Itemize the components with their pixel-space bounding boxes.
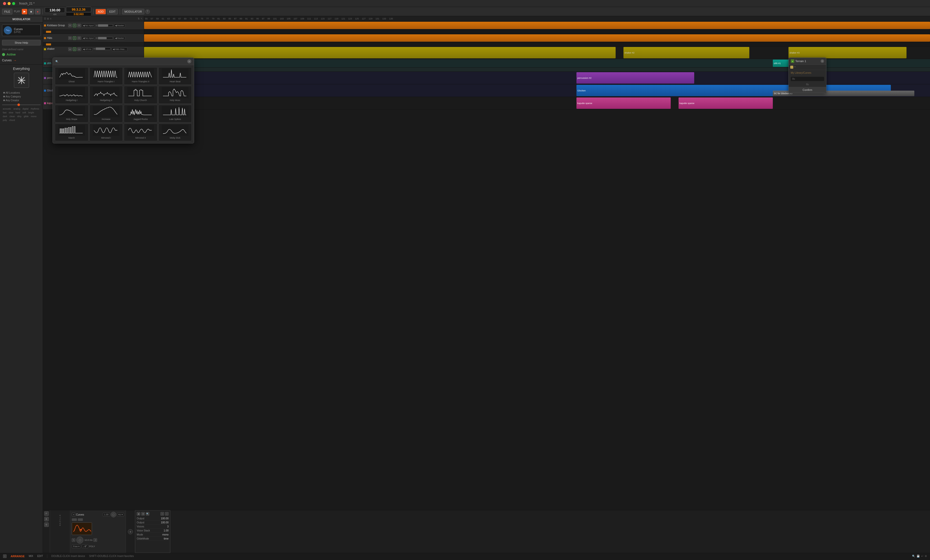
- tag-clean[interactable]: clean: [9, 115, 16, 118]
- project-tab[interactable]: P: [44, 511, 49, 516]
- curve-item-ghost[interactable]: Ghost: [55, 67, 88, 85]
- params-close-btn[interactable]: ×: [160, 512, 164, 516]
- status-save-icon[interactable]: 💾: [917, 555, 920, 557]
- clip-hats[interactable]: [144, 34, 930, 41]
- params-expand-btn[interactable]: ↕: [165, 512, 169, 516]
- tag-soft[interactable]: soft: [22, 111, 27, 114]
- curve-item-mirrored-i[interactable]: Mirrored I: [89, 123, 123, 141]
- track-routing-kickbass[interactable]: ◀Master: [114, 24, 125, 27]
- track-input-shaker[interactable]: ◀All Ins: [82, 48, 92, 51]
- tag-glide[interactable]: glide: [23, 115, 29, 118]
- curve-item-harm-triangles-i[interactable]: Harm-Triangles I: [89, 67, 123, 85]
- terrain-confirm-button[interactable]: Confirm: [789, 87, 826, 93]
- curves-sync-btn[interactable]: [72, 519, 77, 521]
- edit-toolbar-button[interactable]: EDIT: [107, 9, 118, 14]
- status-search-icon[interactable]: 🔍: [912, 555, 915, 557]
- curves-sync-btn2[interactable]: [78, 519, 83, 521]
- track-solo-kickbass[interactable]: S: [73, 24, 76, 27]
- clip-kickbass[interactable]: [144, 22, 930, 29]
- terrain-search-input[interactable]: [791, 77, 824, 81]
- track-mute-kickbass[interactable]: M: [68, 24, 72, 27]
- curves-browser-close[interactable]: ×: [187, 59, 191, 63]
- stop-button[interactable]: ■: [28, 9, 34, 14]
- tag-chord[interactable]: chord: [9, 119, 16, 122]
- clip-shaker-main[interactable]: [144, 47, 616, 58]
- tag-mono[interactable]: mono: [30, 115, 37, 118]
- terrain-add-icon[interactable]: +: [794, 66, 796, 69]
- curves-degree-display[interactable]: ♩ 0°: [82, 545, 88, 548]
- track-fader-shaker[interactable]: [94, 48, 111, 50]
- track-arm-hats[interactable]: M: [77, 36, 81, 40]
- tag-hard[interactable]: hard: [15, 111, 21, 114]
- mix-tab[interactable]: MIX: [29, 555, 33, 557]
- tag-rhythmic[interactable]: rhythmic: [30, 107, 40, 110]
- timecode-display[interactable]: 3:02.003: [66, 12, 91, 16]
- terrain-folder-path[interactable]: My Library/Curves: [789, 70, 826, 76]
- curves-free-label[interactable]: Free ▾: [72, 545, 81, 548]
- track-input-kickbass[interactable]: ◀No input: [82, 24, 95, 27]
- curve-item-heart-beat[interactable]: Heart Beat: [159, 67, 192, 85]
- tag-acoustic[interactable]: acoustic: [2, 107, 12, 110]
- fader-track[interactable]: [98, 24, 113, 27]
- add-device-button[interactable]: +: [126, 510, 135, 553]
- curve-item-mirrored-ii[interactable]: Mirrored II: [124, 123, 157, 141]
- curves-rate-knob[interactable]: ◯: [111, 512, 116, 517]
- tag-dark[interactable]: dark: [2, 115, 8, 118]
- track-input-hats[interactable]: ◀No input: [82, 36, 95, 40]
- any-creator[interactable]: ✱ Any Creator: [2, 98, 41, 102]
- tag-analog[interactable]: analog: [12, 107, 21, 110]
- track-arm-shaker[interactable]: M: [77, 48, 81, 51]
- clip-shaker-2[interactable]: shaker #2: [624, 47, 749, 58]
- params-icon-2[interactable]: ⊞: [141, 512, 145, 516]
- add-button[interactable]: ADD: [95, 9, 106, 14]
- close-button[interactable]: [3, 2, 6, 5]
- terrain-folder-icon[interactable]: [790, 66, 793, 69]
- clip-shaker-3[interactable]: shaker #3: [788, 47, 907, 58]
- tag-slider[interactable]: [2, 104, 41, 105]
- curve-item-jagged-rocks[interactable]: Jagged Rocks: [124, 105, 157, 123]
- track-mute-shaker[interactable]: M: [68, 48, 72, 51]
- header-cursor-icon[interactable]: ↖: [141, 17, 143, 20]
- header-grid-icon[interactable]: ⊞: [47, 17, 49, 20]
- header-list-icon[interactable]: ≡: [50, 17, 51, 20]
- info-icon[interactable]: i: [3, 554, 6, 558]
- minimize-button[interactable]: [8, 2, 11, 5]
- clip-kaputte-sparse-2[interactable]: kaputte sparse: [679, 97, 773, 109]
- params-search-icon[interactable]: 🔍: [146, 512, 149, 516]
- clip-kaputte-sparse-1[interactable]: kaputte sparse: [576, 97, 671, 109]
- curve-item-late-spikes[interactable]: Late Spikes: [159, 105, 192, 123]
- curve-item-hedgehog-i[interactable]: Hedgehog I: [55, 86, 88, 104]
- tag-poly[interactable]: poly: [2, 119, 8, 122]
- bazille-tab2[interactable]: B: [44, 522, 49, 527]
- curve-item-increase[interactable]: Increase: [89, 105, 123, 123]
- track-solo-shaker[interactable]: S: [73, 48, 76, 51]
- curves-poly-label[interactable]: POLY: [89, 545, 95, 548]
- curves-waveform-thumb[interactable]: [72, 522, 92, 535]
- tag-bright[interactable]: bright: [28, 111, 35, 114]
- curve-item-march[interactable]: March: [55, 123, 88, 141]
- modulator-button[interactable]: MODULATOR: [122, 9, 144, 14]
- fader-hats[interactable]: [98, 37, 113, 39]
- help-icon[interactable]: ?: [145, 9, 150, 14]
- show-help-button[interactable]: Show Help: [2, 40, 41, 46]
- curve-item-hedgehog-ii[interactable]: Hedgehog II: [89, 86, 123, 104]
- all-locations[interactable]: ✱ All Locations: [2, 91, 41, 95]
- play-button[interactable]: ▶: [22, 9, 27, 14]
- tag-digital[interactable]: digital: [22, 107, 29, 110]
- track-routing-hats[interactable]: ◀Master: [114, 36, 125, 40]
- curves-phase-knob[interactable]: ◯: [76, 537, 83, 543]
- header-sort-icon2[interactable]: ⇅: [138, 17, 140, 20]
- arrange-tab[interactable]: ARRANGE: [11, 555, 25, 558]
- maximize-button[interactable]: [12, 2, 15, 5]
- track-fader-hats[interactable]: [96, 37, 113, 39]
- curves-row[interactable]: Curves →: [0, 57, 43, 64]
- header-sort-icon[interactable]: ☰: [44, 17, 46, 20]
- curves-pencil-icon[interactable]: ✎: [72, 538, 75, 542]
- tag-fast[interactable]: fast: [2, 111, 7, 114]
- everything-icon[interactable]: [14, 73, 29, 88]
- file-button[interactable]: FILE: [2, 9, 12, 14]
- track-solo-hats[interactable]: S: [73, 36, 76, 40]
- status-settings-icon[interactable]: ⚙: [925, 555, 927, 557]
- bazille-tab[interactable]: B: [44, 517, 49, 522]
- track-fader-kickbass[interactable]: [96, 24, 113, 27]
